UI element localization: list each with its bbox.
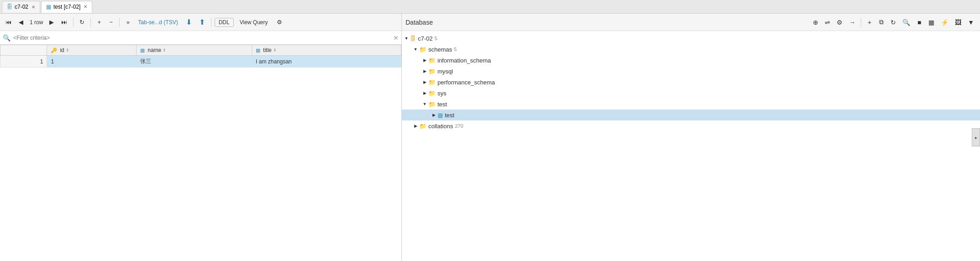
cell-id[interactable]: 1: [47, 56, 137, 68]
tree-item-performance-schema[interactable]: ▶ 📁 performance_schema: [402, 77, 980, 88]
filter-search-icon: 🔍: [3, 34, 11, 42]
tree-item-information-schema[interactable]: ▶ 📁 information_schema: [402, 55, 980, 66]
info-schema-icon: 📁: [428, 57, 436, 64]
mysql-arrow: ▶: [422, 69, 427, 73]
refresh-db-btn[interactable]: ⚙: [834, 17, 845, 27]
cell-title[interactable]: I am zhangsan: [252, 56, 401, 68]
filter-db-btn[interactable]: ▼: [965, 17, 976, 27]
filter-clear-icon[interactable]: ✕: [393, 34, 399, 42]
row-count: 1 row: [28, 19, 45, 26]
schemas-label: schemas: [428, 46, 452, 53]
first-row-button[interactable]: ⏮: [3, 17, 14, 28]
db-icon: 🗄: [7, 4, 12, 10]
upload-button[interactable]: ⬆: [196, 17, 208, 28]
title-sort-icon[interactable]: ⇕: [273, 48, 277, 52]
settings-button[interactable]: ⚙: [274, 17, 285, 28]
schemas-count: 5: [454, 47, 457, 52]
next-row-button[interactable]: ▶: [47, 17, 57, 28]
mysql-icon: 📁: [428, 68, 436, 75]
db-sep-1: [861, 18, 861, 27]
data-toolbar: ⏮ ◀ 1 row ▶ ⏭ ↻ + − » Tab-se...d (TSV) ⬇…: [0, 14, 401, 31]
run-db-btn[interactable]: ⚡: [938, 17, 951, 27]
id-pk-icon: 🔑: [51, 47, 57, 53]
perf-schema-label: performance_schema: [437, 79, 495, 86]
ddl-button[interactable]: DDL: [215, 18, 234, 27]
arrow-btn[interactable]: →: [847, 17, 858, 27]
tab-test-label: test [c7-02]: [53, 4, 80, 10]
c7-02-count: 5: [435, 36, 437, 41]
analyze-btn[interactable]: 🔍: [900, 17, 912, 27]
download-button[interactable]: ⬇: [183, 17, 195, 28]
table-row[interactable]: 1 1 张三 I am zhangsan: [0, 56, 401, 68]
sys-arrow: ▶: [422, 91, 427, 95]
c7-02-db-icon: 🗄: [410, 35, 416, 42]
db-toolbar: ⊕ ⇌ ⚙ → + ⧉ ↻ 🔍 ■ ▦ ⚡ 🖼 ▼: [811, 17, 976, 27]
row-num-header: [0, 45, 47, 56]
collations-label: collations: [428, 123, 453, 130]
tab-test-c7-02[interactable]: ▦ test [c7-02] ✕: [41, 1, 92, 13]
filter-input[interactable]: [13, 35, 390, 41]
prev-row-button[interactable]: ◀: [16, 17, 26, 28]
title-col-icon: ▦: [256, 47, 260, 53]
remove-row-button[interactable]: −: [106, 17, 116, 28]
tab-c7-02[interactable]: 🗄 c7-02 ✕: [2, 1, 40, 13]
sep-1: [73, 18, 74, 27]
name-sort-icon[interactable]: ⇕: [163, 48, 166, 52]
data-table: 🔑 id ⇕ ▦ name ⇕: [0, 45, 401, 68]
db-header: Database ⊕ ⇌ ⚙ → + ⧉ ↻ 🔍 ■ ▦ ⚡ 🖼 ▼: [402, 14, 980, 31]
tree-item-sys[interactable]: ▶ 📁 sys: [402, 88, 980, 99]
view-db-btn[interactable]: 🖼: [953, 17, 964, 27]
tab-bar: 🗄 c7-02 ✕ ▦ test [c7-02] ✕: [0, 0, 980, 14]
test-schema-arrow: ▼: [422, 102, 427, 106]
test-table-icon: ▦: [437, 112, 443, 119]
perf-schema-icon: 📁: [428, 79, 436, 86]
view-query-button[interactable]: View Query: [236, 18, 272, 27]
tree-item-schemas[interactable]: ▼ 📁 schemas 5: [402, 44, 980, 55]
data-table-wrapper: 🔑 id ⇕ ▦ name ⇕: [0, 45, 401, 261]
test-table-label: test: [445, 112, 454, 119]
tab-test-close[interactable]: ✕: [84, 4, 87, 9]
refresh-button[interactable]: ↻: [77, 17, 87, 28]
test-schema-icon: 📁: [428, 101, 436, 108]
info-schema-label: information_schema: [437, 57, 491, 64]
tree-item-mysql[interactable]: ▶ 📁 mysql: [402, 66, 980, 77]
add-db-btn[interactable]: +: [864, 17, 875, 27]
c7-02-label: c7-02: [418, 35, 433, 42]
col-title-header[interactable]: ▦ title ⇕: [252, 45, 401, 56]
sys-icon: 📁: [428, 90, 436, 97]
row-num-cell: 1: [0, 56, 47, 68]
perf-schema-arrow: ▶: [422, 80, 427, 84]
export-label[interactable]: Tab-se...d (TSV): [135, 18, 181, 27]
sep-2: [90, 18, 91, 27]
tree-item-c7-02[interactable]: ▼ 🗄 c7-02 5: [402, 33, 980, 44]
sys-label: sys: [437, 90, 447, 97]
stop-db-btn[interactable]: ■: [914, 17, 924, 27]
tree-item-test-schema[interactable]: ▼ 📁 test: [402, 99, 980, 110]
tab-c7-02-label: c7-02: [15, 4, 28, 10]
schema-btn[interactable]: ⇌: [822, 17, 832, 27]
test-schema-label: test: [437, 101, 447, 108]
col-name-header[interactable]: ▦ name ⇕: [137, 45, 252, 56]
main-area: ⏮ ◀ 1 row ▶ ⏭ ↻ + − » Tab-se...d (TSV) ⬇…: [0, 14, 980, 261]
collapse-icon: ▸: [975, 135, 977, 140]
col-id-header[interactable]: 🔑 id ⇕: [47, 45, 137, 56]
right-panel: Database ⊕ ⇌ ⚙ → + ⧉ ↻ 🔍 ■ ▦ ⚡ 🖼 ▼: [402, 14, 980, 261]
table-icon: ▦: [46, 4, 51, 10]
last-row-button[interactable]: ⏭: [58, 17, 70, 28]
copy-db-btn[interactable]: ⧉: [876, 17, 886, 27]
sep-3: [119, 18, 120, 27]
new-connection-btn[interactable]: ⊕: [811, 17, 821, 27]
grid-db-btn[interactable]: ▦: [926, 17, 937, 27]
schemas-folder-icon: 📁: [419, 46, 427, 53]
reload-db-btn[interactable]: ↻: [888, 17, 898, 27]
export-arrow-button[interactable]: »: [123, 17, 133, 28]
tree-item-test-table[interactable]: ▶ ▦ test: [402, 110, 980, 120]
collations-count: 270: [455, 123, 463, 129]
right-panel-collapse-btn[interactable]: ▸: [972, 128, 980, 146]
c7-02-arrow: ▼: [404, 36, 409, 41]
add-row-button[interactable]: +: [94, 17, 104, 28]
id-sort-icon[interactable]: ⇕: [66, 48, 69, 52]
tab-c7-02-close[interactable]: ✕: [32, 5, 35, 10]
tree-item-collations[interactable]: ▶ 📁 collations 270: [402, 120, 980, 131]
cell-name[interactable]: 张三: [137, 56, 252, 68]
